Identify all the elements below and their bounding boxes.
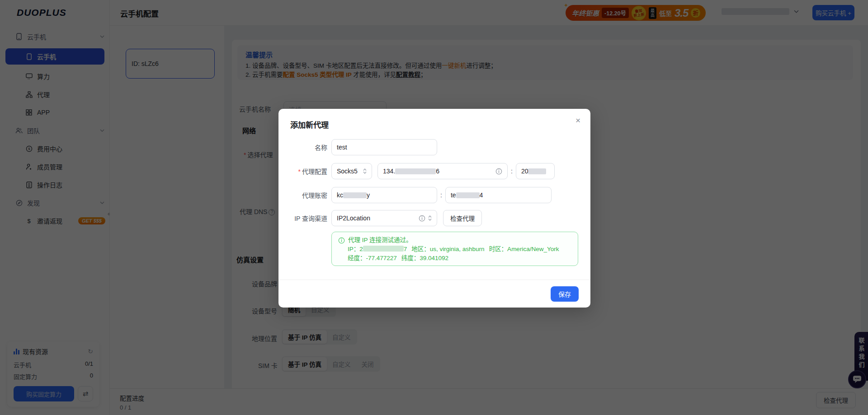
result-ip: 2 [359, 246, 363, 252]
name-row: 名称 test [278, 139, 437, 155]
input-value: 6 [436, 168, 439, 175]
modal-footer: 保存 [278, 280, 590, 308]
save-button[interactable]: 保存 [551, 286, 579, 302]
result-line-2: IP：27地区：us, virginia, ashburn时区：America/… [338, 245, 571, 254]
caret-updown-icon [363, 168, 367, 174]
proxy-config-row: *代理配置 Socks5 134.6 : 20 [278, 163, 555, 179]
result-region: 地区：us, virginia, ashburn [411, 246, 484, 252]
proxy-username-input[interactable]: kcy [331, 187, 437, 203]
proxy-config-label: *代理配置 [278, 167, 327, 176]
input-value: test [337, 144, 347, 151]
redacted-text [343, 192, 367, 198]
proxy-password-input[interactable]: te4 [445, 187, 552, 203]
redacted-text [395, 168, 436, 174]
proxy-type-select[interactable]: Socks5 [331, 163, 372, 179]
name-label: 名称 [278, 143, 327, 152]
info-icon[interactable] [495, 168, 502, 175]
select-value: IP2Location [337, 214, 370, 222]
result-line-1: 代理 IP 连接测试通过。 [348, 236, 412, 245]
proxy-account-label: 代理账密 [278, 191, 327, 200]
input-value: te [451, 191, 456, 199]
colon-separator: : [511, 168, 513, 175]
success-info-icon [338, 237, 345, 244]
colon-separator: : [440, 191, 442, 199]
result-line-3: 经度：-77.477227纬度：39.041092 [338, 254, 571, 263]
input-value: kc [337, 191, 343, 199]
required-asterisk: * [298, 168, 301, 175]
result-ip: 7 [404, 246, 407, 252]
info-icon[interactable] [419, 215, 425, 222]
proxy-name-input[interactable]: test [331, 139, 437, 155]
redacted-text [456, 192, 480, 198]
proxy-test-result: 代理 IP 连接测试通过。 IP：27地区：us, virginia, ashb… [331, 232, 578, 266]
add-proxy-modal: 添加新代理 × 名称 test *代理配置 Socks5 134.6 : 20 … [278, 109, 590, 308]
proxy-account-row: 代理账密 kcy : te4 [278, 187, 552, 203]
close-icon[interactable]: × [576, 116, 580, 125]
ip-channel-row: IP 查询渠道 IP2Location 检查代理 [278, 210, 482, 226]
result-latitude: 纬度：39.041092 [401, 255, 448, 261]
proxy-port-input[interactable]: 20 [516, 163, 555, 179]
redacted-text [363, 246, 404, 252]
select-value: Socks5 [337, 168, 358, 175]
input-value: 20 [521, 168, 528, 175]
redacted-text [528, 168, 546, 174]
result-timezone: 时区：America/New_York [489, 246, 559, 252]
caret-updown-icon [428, 215, 432, 221]
input-value: y [367, 191, 370, 199]
ip-channel-select[interactable]: IP2Location [331, 210, 437, 226]
input-value: 4 [480, 191, 483, 199]
label-text: 代理配置 [302, 168, 327, 175]
modal-title: 添加新代理 [290, 119, 329, 130]
check-proxy-button[interactable]: 检查代理 [443, 210, 482, 226]
ip-channel-label: IP 查询渠道 [278, 214, 327, 223]
input-value: 134. [383, 168, 395, 175]
result-ip-label: IP： [348, 246, 359, 252]
proxy-host-input[interactable]: 134.6 [377, 163, 508, 179]
result-longitude: 经度：-77.477227 [348, 255, 397, 261]
